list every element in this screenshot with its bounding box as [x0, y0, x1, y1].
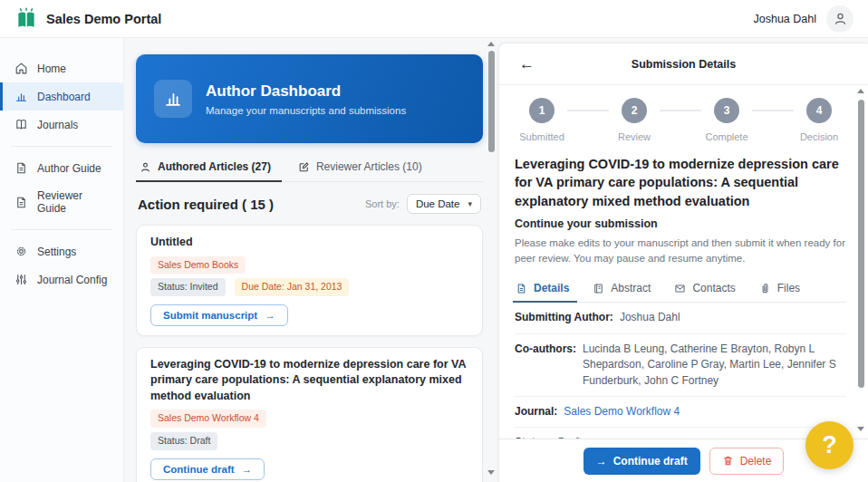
person-icon — [833, 11, 848, 26]
edit-icon — [298, 161, 310, 173]
app-title: Sales Demo Portal — [46, 12, 161, 26]
document-icon — [14, 161, 28, 175]
home-icon — [14, 62, 28, 75]
user-avatar[interactable] — [826, 5, 854, 33]
continue-draft-button[interactable]: Continue draft → — [150, 458, 265, 480]
step-complete: 3 Complete — [701, 98, 752, 142]
back-arrow-icon[interactable]: ← — [519, 55, 543, 73]
sidebar-divider — [11, 146, 112, 147]
article-card: Untitled Sales Demo Books Status: Invite… — [136, 225, 483, 336]
scroll-up-arrow[interactable] — [487, 42, 495, 46]
sort-by-label: Sort by: — [365, 198, 400, 209]
step-number: 3 — [714, 98, 739, 123]
step-connector — [752, 110, 794, 111]
tab-abstract[interactable]: Abstract — [592, 277, 651, 302]
field-journal: Journal: Sales Demo Workflow 4 — [515, 397, 846, 428]
scrollbar-thumb[interactable] — [858, 100, 864, 388]
article-card: Leveraging COVID-19 to modernize depress… — [136, 347, 483, 482]
file-text-icon — [516, 283, 527, 294]
scroll-down-arrow[interactable] — [487, 470, 495, 475]
sidebar-item-journal-config[interactable]: Journal Config — [0, 265, 123, 294]
tab-label: Contacts — [692, 282, 735, 294]
sort-select[interactable]: Due Date ▾ — [407, 194, 481, 214]
step-review: 2 Review — [609, 98, 660, 142]
tab-label: Details — [534, 282, 569, 294]
submit-manuscript-button[interactable]: Submit manuscript → — [150, 304, 288, 326]
sidebar-item-journals[interactable]: Journals — [0, 111, 123, 139]
tab-reviewer-articles[interactable]: Reviewer Articles (10) — [296, 154, 424, 181]
sidebar-item-label: Dashboard — [37, 91, 91, 103]
panel-scrollbar[interactable] — [857, 89, 865, 431]
step-number: 1 — [529, 98, 555, 123]
step-connector — [660, 110, 701, 111]
journal-badge: Sales Demo Books — [150, 256, 246, 275]
paperclip-icon — [759, 283, 771, 294]
field-value: Lucinda B Leung, Catherine E Brayton, Ro… — [583, 342, 846, 389]
submission-details-panel: ← Submission Details 1 Submitted 2 Revie… — [498, 43, 868, 482]
field-value: Joshua Dahl — [620, 310, 680, 325]
button-label: Continue draft — [613, 455, 688, 468]
sort-select-value: Due Date — [416, 198, 460, 209]
status-badge: Status: Draft — [150, 432, 217, 450]
tab-label: Authored Articles (27) — [158, 160, 271, 173]
tab-label: Files — [777, 282, 800, 294]
step-label: Review — [618, 131, 651, 142]
tab-contacts[interactable]: Contacts — [673, 277, 736, 302]
article-title: Leveraging COVID-19 to modernize depress… — [150, 357, 468, 405]
person-icon — [140, 161, 151, 173]
tab-authored-articles[interactable]: Authored Articles (27) — [138, 154, 273, 181]
continue-draft-button[interactable]: → Continue draft — [583, 448, 700, 475]
sidebar-item-settings[interactable]: Settings — [0, 237, 123, 265]
journal-badge: Sales Demo Workflow 4 — [150, 410, 266, 428]
tab-files[interactable]: Files — [758, 277, 801, 302]
main-scrollbar[interactable] — [487, 42, 496, 475]
article-title: Untitled — [150, 235, 468, 251]
journal-link[interactable]: Sales Demo Workflow 4 — [564, 404, 680, 419]
button-label: Continue draft — [163, 464, 235, 475]
scroll-up-arrow[interactable] — [857, 89, 864, 93]
delete-button[interactable]: Delete — [709, 448, 785, 475]
arrow-right-icon: → — [242, 464, 253, 475]
author-dashboard-banner: Author Dashboard Manage your manuscripts… — [136, 54, 483, 143]
notebook-icon — [593, 283, 604, 294]
tab-details[interactable]: Details — [515, 277, 570, 302]
field-submitting-author: Submitting Author: Joshua Dahl — [515, 303, 846, 333]
field-label: Journal: — [515, 404, 557, 419]
sidebar-item-reviewer-guide[interactable]: Reviewer Guide — [0, 182, 123, 222]
bar-chart-icon — [154, 80, 192, 118]
button-label: Delete — [740, 455, 772, 468]
sidebar-item-label: Settings — [37, 246, 76, 258]
step-label: Submitted — [519, 131, 564, 142]
banner-subtitle: Manage your manuscripts and submissions — [206, 105, 406, 116]
step-connector — [567, 110, 609, 111]
user-name: Joshua Dahl — [754, 13, 817, 25]
arrow-right-icon: → — [265, 310, 275, 321]
field-label: Co-authors: — [515, 342, 576, 389]
scrollbar-thumb[interactable] — [488, 51, 495, 152]
sidebar-item-dashboard[interactable]: Dashboard — [0, 82, 123, 111]
envelope-icon — [674, 283, 686, 294]
sidebar-item-label: Journals — [37, 119, 78, 131]
article-tabs: Authored Articles (27) Reviewer Articles… — [136, 154, 483, 182]
dashboard-icon — [14, 90, 28, 103]
app-logo-icon — [14, 7, 38, 31]
sidebar-item-label: Journal Config — [37, 274, 107, 286]
submission-stepper: 1 Submitted 2 Review 3 Complete 4 Decisi… — [516, 98, 844, 142]
step-label: Complete — [705, 131, 747, 142]
manuscript-title: Leveraging COVID-19 to modernize depress… — [515, 155, 846, 210]
document-icon — [14, 196, 28, 209]
main-column: Author Dashboard Manage your manuscripts… — [124, 38, 497, 482]
step-number: 4 — [806, 98, 832, 123]
details-tabs: Details Abstract Contacts — [515, 277, 846, 303]
sidebar-item-label: Reviewer Guide — [37, 189, 114, 215]
sidebar-item-home[interactable]: Home — [0, 54, 123, 82]
panel-body: 1 Submitted 2 Review 3 Complete 4 Decisi… — [499, 85, 854, 439]
scroll-down-arrow[interactable] — [857, 427, 864, 431]
continue-submission-heading: Continue your submission — [515, 217, 846, 230]
banner-title: Author Dashboard — [206, 82, 406, 101]
status-badge: Status: Invited — [150, 278, 226, 296]
help-button[interactable]: ? — [805, 421, 854, 469]
journals-icon — [14, 118, 28, 131]
sidebar-item-author-guide[interactable]: Author Guide — [0, 154, 123, 182]
step-number: 2 — [622, 98, 647, 123]
